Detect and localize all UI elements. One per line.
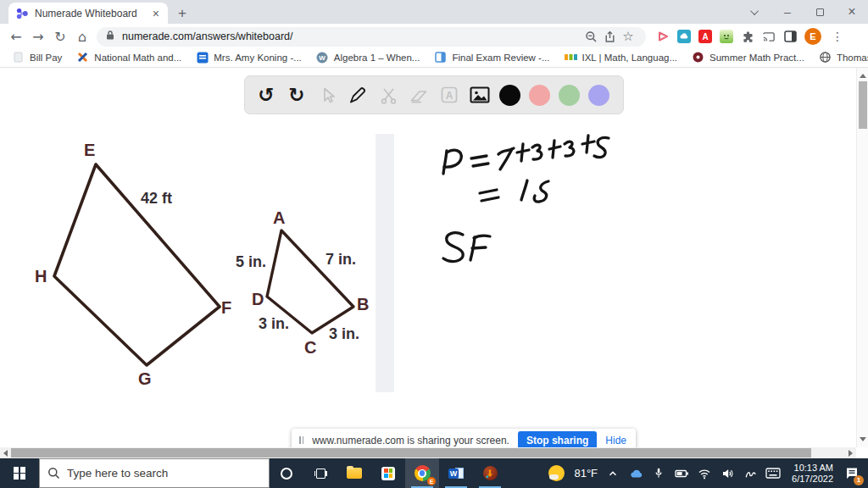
downloader-app-button[interactable] <box>473 458 507 488</box>
restore-button[interactable] <box>804 0 836 24</box>
system-tray: 81°F <box>548 458 868 488</box>
pen-tool-button[interactable] <box>347 84 369 106</box>
scroll-right-arrow-icon[interactable] <box>845 447 856 458</box>
undo-button[interactable]: ↺ <box>255 84 277 106</box>
color-swatch-green[interactable] <box>559 85 580 106</box>
tray-expand-chevron-icon[interactable] <box>605 466 620 481</box>
vertical-scrollbar[interactable] <box>856 68 868 447</box>
back-button[interactable]: ← <box>5 25 27 47</box>
bookmark-star-icon[interactable]: ☆ <box>619 27 637 46</box>
horizontal-scrollbar[interactable] <box>0 447 856 458</box>
handwriting-line2 <box>480 180 548 202</box>
extension-green-face-icon[interactable] <box>720 30 733 43</box>
bookmark-label: Algebra 1 – When... <box>334 53 420 63</box>
svg-text:A: A <box>446 90 453 102</box>
image-tool-button[interactable] <box>469 84 491 106</box>
blue-square-icon <box>196 51 209 64</box>
bookmark-ixl[interactable]: IXL | Math, Languag... <box>565 51 678 64</box>
minimize-button[interactable]: – <box>771 0 804 24</box>
new-tab-button[interactable]: + <box>178 6 186 20</box>
clock-date: 6/17/2022 <box>792 474 833 485</box>
scroll-down-arrow-icon[interactable] <box>857 434 868 445</box>
weather-temperature[interactable]: 81°F <box>574 467 598 480</box>
eraser-tool-button[interactable] <box>408 84 430 106</box>
touch-keyboard-icon[interactable] <box>765 466 781 481</box>
undo-icon: ↺ <box>258 86 274 105</box>
address-bar[interactable]: numerade.com/answers/whiteboard/ ☆ <box>97 27 646 47</box>
url-text[interactable]: numerade.com/answers/whiteboard/ <box>122 30 581 42</box>
vertical-scrollbar-thumb[interactable] <box>859 81 867 129</box>
color-swatch-pink[interactable] <box>529 85 550 106</box>
redo-button[interactable]: ↻ <box>286 84 308 106</box>
forward-button[interactable]: → <box>27 25 49 47</box>
bookmark-summer-math[interactable]: Summer Math Pract... <box>692 51 804 64</box>
bookmark-amy-koning[interactable]: Mrs. Amy Koning -... <box>196 51 302 64</box>
taskbar-search-box[interactable] <box>39 458 270 488</box>
profile-avatar[interactable]: E <box>804 28 821 45</box>
vertex-label-b: B <box>357 295 369 314</box>
extension-adobe-acrobat-icon[interactable]: A <box>698 30 712 43</box>
extension-cloud-icon[interactable] <box>677 30 691 43</box>
word-taskbar-button[interactable]: W <box>439 458 473 488</box>
volume-icon[interactable] <box>720 466 735 481</box>
windows-ink-icon[interactable] <box>743 466 758 481</box>
pointer-tool-button[interactable] <box>316 84 338 106</box>
page-icon <box>12 51 25 64</box>
windows-logo-icon <box>14 467 26 480</box>
cast-icon[interactable] <box>762 30 776 43</box>
home-button[interactable]: ⌂ <box>71 25 93 47</box>
action-center-button[interactable]: 1 <box>841 463 863 485</box>
color-swatch-black[interactable] <box>499 85 520 106</box>
hide-banner-link[interactable]: Hide <box>605 435 626 446</box>
extension-pink-icon[interactable] <box>656 30 670 43</box>
scroll-left-arrow-icon[interactable] <box>0 447 11 458</box>
vertex-label-h: H <box>35 267 47 286</box>
task-view-button[interactable] <box>303 458 337 488</box>
bookmark-bill-pay[interactable]: Bill Pay <box>12 51 62 64</box>
browser-tab[interactable]: Numerade Whiteboard × <box>8 3 168 24</box>
bookmark-final-exam[interactable]: Final Exam Review -... <box>434 51 549 64</box>
bookmark-national-math[interactable]: National Math and... <box>76 51 181 64</box>
share-icon[interactable] <box>600 27 619 46</box>
microphone-icon[interactable] <box>651 466 666 481</box>
weather-icon[interactable] <box>548 465 565 481</box>
chrome-taskbar-button[interactable]: E <box>405 458 439 488</box>
horizontal-scrollbar-thumb[interactable] <box>11 448 811 458</box>
side-panel-icon[interactable] <box>783 30 797 43</box>
blue-document-icon <box>434 51 447 64</box>
scroll-up-arrow-icon[interactable] <box>857 70 868 81</box>
taskbar-clock[interactable]: 10:13 AM 6/17/2022 <box>792 463 833 485</box>
bookmark-label: National Math and... <box>94 53 181 63</box>
tab-search-chevron-icon[interactable] <box>739 0 771 24</box>
tab-close-icon[interactable]: × <box>151 8 161 19</box>
redo-icon: ↻ <box>288 86 304 105</box>
share-message: www.numerade.com is sharing your screen. <box>312 435 509 446</box>
extensions-row: A <box>656 28 846 45</box>
zoom-out-icon[interactable] <box>581 27 600 46</box>
bookmark-algebra1[interactable]: W Algebra 1 – When... <box>316 51 420 64</box>
battery-icon[interactable] <box>674 466 689 481</box>
measurement-ab: 7 in. <box>326 251 356 269</box>
handwriting-line3 <box>443 233 490 262</box>
text-tool-button[interactable]: A <box>438 84 460 106</box>
scissors-tool-button[interactable] <box>377 84 399 106</box>
start-button[interactable] <box>0 458 39 488</box>
whiteboard-canvas[interactable]: E 42 ft H F G A 5 in. 7 in. D B 3 in. C … <box>0 68 868 458</box>
browser-menu-icon[interactable]: ⋮ <box>829 30 846 43</box>
file-explorer-button[interactable] <box>337 458 371 488</box>
handwriting-line1 <box>443 136 609 174</box>
close-window-button[interactable]: × <box>836 0 868 24</box>
vertex-label-f: F <box>221 298 231 318</box>
taskbar-search-input[interactable] <box>67 467 245 480</box>
vertex-label-g: G <box>138 369 152 389</box>
microsoft-store-button[interactable] <box>371 458 405 488</box>
whiteboard-toolbar: ↺ ↻ <box>244 75 624 114</box>
cortana-button[interactable] <box>270 458 303 488</box>
drag-handle-icon[interactable] <box>299 436 303 444</box>
color-swatch-purple[interactable] <box>588 85 609 106</box>
extensions-puzzle-icon[interactable] <box>741 30 754 43</box>
bookmark-thomastik[interactable]: Thomastik-Infeld C... <box>819 51 868 64</box>
wifi-icon[interactable] <box>697 466 712 481</box>
onedrive-cloud-icon[interactable] <box>628 466 643 481</box>
reload-button[interactable]: ↻ <box>49 25 71 47</box>
